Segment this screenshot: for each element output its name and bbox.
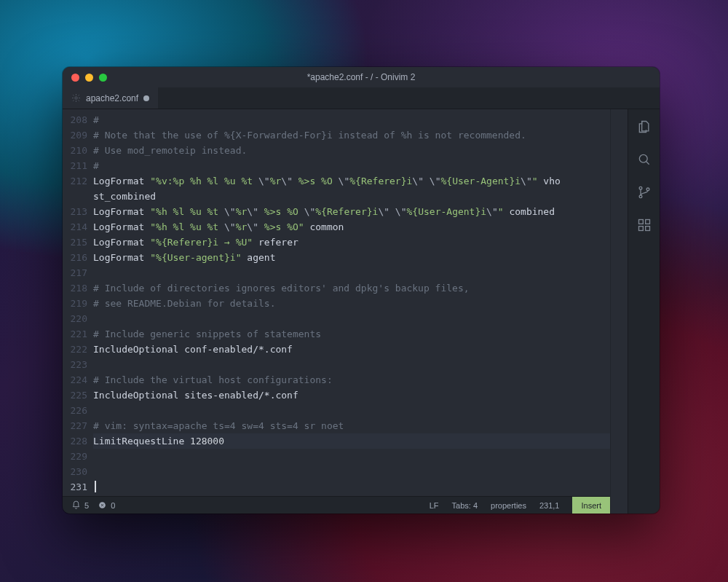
line-number: 220 — [63, 311, 93, 326]
line-content: st_combined — [93, 189, 610, 204]
editor-line[interactable]: 227# vim: syntax=apache ts=4 sw=4 sts=4 … — [63, 418, 610, 433]
search-button[interactable] — [637, 152, 652, 170]
error-icon — [98, 500, 107, 510]
editor-line[interactable]: 211# — [63, 158, 610, 173]
editor-line[interactable]: 209# Note that the use of %{X-Forwarded-… — [63, 127, 610, 143]
grid-icon — [637, 218, 652, 232]
line-content: # Note that the use of %{X-Forwarded-For… — [93, 127, 610, 143]
svg-point-0 — [75, 97, 77, 99]
status-mode[interactable]: Insert — [572, 497, 610, 514]
editor-line[interactable]: 231 — [63, 479, 610, 495]
scm-button[interactable] — [637, 185, 652, 202]
status-lang[interactable]: properties — [491, 501, 526, 510]
minimap[interactable] — [610, 109, 628, 514]
line-number: 228 — [63, 433, 93, 449]
zoom-window-button[interactable] — [99, 74, 107, 82]
gear-icon — [71, 93, 81, 103]
editor-line[interactable]: 210# Use mod_remoteip instead. — [63, 143, 610, 158]
line-content: LogFormat "%h %l %u %t \"%r\" %>s %O \"%… — [93, 204, 610, 219]
editor-line[interactable]: 218# Include of directories ignores edit… — [63, 280, 610, 296]
editor-line[interactable]: 229 — [63, 449, 610, 464]
editor-line[interactable]: 226 — [63, 403, 610, 418]
line-content — [93, 403, 610, 418]
svg-rect-7 — [645, 220, 649, 224]
status-pos[interactable]: 231,1 — [539, 501, 560, 510]
editor-line[interactable]: 213LogFormat "%h %l %u %t \"%r\" %>s %O … — [63, 204, 610, 219]
editor-line[interactable]: 214LogFormat "%h %l %u %t \"%r\" %>s %O"… — [63, 219, 610, 235]
line-number: 211 — [63, 158, 93, 173]
line-content: LogFormat "%v:%p %h %l %u %t \"%r\" %>s … — [93, 173, 610, 189]
line-number: 210 — [63, 143, 93, 158]
editor-line[interactable]: 216LogFormat "%{User-agent}i" agent — [63, 250, 610, 265]
tab-apache2-conf[interactable]: apache2.conf — [63, 87, 158, 109]
svg-point-3 — [639, 186, 642, 189]
close-window-button[interactable] — [71, 74, 79, 82]
line-number: 219 — [63, 296, 93, 311]
editor-line[interactable]: 215LogFormat "%{Referer}i → %U" referer — [63, 235, 610, 250]
traffic-lights — [63, 74, 107, 82]
line-content — [93, 479, 610, 495]
line-number: 231 — [63, 479, 93, 495]
line-content — [93, 357, 610, 372]
editor-line[interactable]: 219# see README.Debian for details. — [63, 296, 610, 311]
line-number: 227 — [63, 418, 93, 433]
line-content — [93, 311, 610, 326]
bell-icon — [71, 500, 81, 510]
editor-line[interactable]: 224# Include the virtual host configurat… — [63, 372, 610, 388]
line-number: 223 — [63, 357, 93, 372]
editor-line[interactable]: 221# Include generic snippets of stateme… — [63, 326, 610, 342]
editor-line[interactable]: 223 — [63, 357, 610, 372]
svg-point-2 — [639, 154, 647, 162]
line-content: # — [93, 158, 610, 173]
editor-line[interactable]: 230 — [63, 464, 610, 479]
line-number: 221 — [63, 326, 93, 342]
editor-line[interactable]: 228LimitRequestLine 128000 — [63, 433, 610, 449]
tab-bar: apache2.conf — [63, 87, 660, 109]
titlebar: *apache2.conf - / - Onivim 2 — [63, 67, 660, 87]
editor-window: *apache2.conf - / - Onivim 2 apache2.con… — [63, 67, 660, 514]
line-number: 216 — [63, 250, 93, 265]
git-branch-icon — [637, 185, 652, 200]
line-number: 222 — [63, 342, 93, 357]
svg-point-4 — [639, 195, 642, 198]
editor-line[interactable]: 208# — [63, 112, 610, 127]
editor-line[interactable]: st_combined — [63, 189, 610, 204]
line-number: 209 — [63, 127, 93, 143]
svg-rect-6 — [638, 220, 643, 224]
editor-line[interactable]: 222IncludeOptional conf-enabled/*.conf — [63, 342, 610, 357]
status-errors[interactable]: 0 — [98, 500, 115, 510]
line-number: 218 — [63, 280, 93, 296]
status-bar: 5 0 LF Tabs: 4 properties 231,1 — [63, 496, 610, 514]
editor-line[interactable]: 220 — [63, 311, 610, 326]
line-number: 224 — [63, 372, 93, 388]
minimize-window-button[interactable] — [85, 74, 93, 82]
status-notifications[interactable]: 5 — [71, 500, 89, 510]
svg-rect-8 — [638, 227, 643, 231]
line-content: # Include generic snippets of statements — [93, 326, 610, 342]
line-number: 212 — [63, 173, 93, 189]
extensions-button[interactable] — [637, 218, 652, 235]
line-number: 213 — [63, 204, 93, 219]
editor-line[interactable]: 225IncludeOptional sites-enabled/*.conf — [63, 388, 610, 403]
tab-label: apache2.conf — [86, 93, 138, 103]
line-number: 229 — [63, 449, 93, 464]
line-number: 217 — [63, 265, 93, 280]
activity-bar — [628, 109, 660, 514]
errors-count: 0 — [111, 501, 115, 510]
line-content: # — [93, 112, 610, 127]
line-content: IncludeOptional conf-enabled/*.conf — [93, 342, 610, 357]
editor-line[interactable]: 212LogFormat "%v:%p %h %l %u %t \"%r\" %… — [63, 173, 610, 189]
status-eol[interactable]: LF — [430, 501, 439, 510]
line-number: 225 — [63, 388, 93, 403]
line-number: 215 — [63, 235, 93, 250]
code-editor[interactable]: 208#209# Note that the use of %{X-Forwar… — [63, 109, 610, 496]
search-icon — [637, 152, 652, 167]
line-number: 226 — [63, 403, 93, 418]
explorer-button[interactable] — [637, 119, 652, 137]
line-number: 208 — [63, 112, 93, 127]
line-content: # see README.Debian for details. — [93, 296, 610, 311]
window-title: *apache2.conf - / - Onivim 2 — [63, 72, 660, 82]
status-tabs[interactable]: Tabs: 4 — [452, 501, 478, 510]
editor-line[interactable]: 217 — [63, 265, 610, 280]
svg-point-5 — [646, 188, 649, 191]
